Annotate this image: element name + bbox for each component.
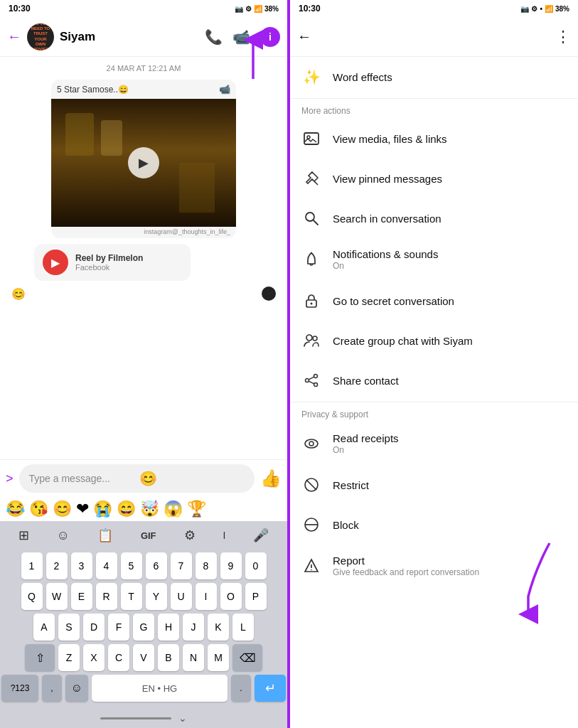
like-button[interactable]: 👍 [260, 469, 282, 488]
menu-item-title-word-effects: Word effects [333, 71, 567, 83]
menu-item-view-pinned[interactable]: View pinned messages [290, 159, 578, 198]
key-3[interactable]: 3 [71, 552, 92, 579]
link-preview[interactable]: ▶ Reel by Filmelon Facebook [34, 244, 191, 281]
key-symbols[interactable]: ?123 [1, 675, 38, 702]
keyboard-row-bottom: ?123 , ☺ EN • HG . ↵ [1, 675, 286, 702]
key-c[interactable]: C [108, 644, 129, 671]
key-period[interactable]: . [231, 675, 251, 702]
more-options-button[interactable]: ⋮ [555, 28, 571, 46]
key-s[interactable]: S [58, 614, 80, 641]
menu-item-text-word-effects: Word effects [333, 71, 567, 83]
key-shift[interactable]: ⇧ [25, 644, 55, 671]
key-enter[interactable]: ↵ [255, 675, 286, 702]
key-8[interactable]: 8 [196, 552, 217, 579]
keyboard-clipboard-icon[interactable]: 📋 [97, 528, 113, 543]
key-0[interactable]: 0 [245, 552, 267, 579]
menu-item-report[interactable]: Report Give feedback and report conversa… [290, 545, 578, 587]
back-button[interactable]: ← [7, 28, 21, 45]
emoji-kiss[interactable]: 😘 [29, 500, 48, 518]
key-l[interactable]: L [232, 614, 254, 641]
menu-item-secret[interactable]: Go to secret conversation [290, 281, 578, 321]
seen-avatar [262, 287, 276, 301]
expand-button[interactable]: > [6, 471, 14, 486]
emoji-picker-button[interactable]: 😊 [139, 470, 245, 487]
key-i[interactable]: I [196, 583, 217, 610]
key-7[interactable]: 7 [171, 552, 192, 579]
input-placeholder: Type a message... [29, 473, 134, 484]
keyboard-settings-icon[interactable]: ⚙ [184, 528, 196, 543]
key-t[interactable]: T [121, 583, 142, 610]
message-input-field[interactable]: Type a message... 😊 [19, 464, 255, 493]
bell-icon [301, 250, 321, 269]
menu-item-search[interactable]: Search in conversation [290, 198, 578, 238]
menu-item-title-view-pinned: View pinned messages [333, 173, 567, 185]
keyboard-grid-icon[interactable]: ⊞ [18, 528, 29, 543]
notification-icon: 📷 [235, 5, 243, 13]
key-q[interactable]: Q [21, 583, 43, 610]
key-b[interactable]: B [158, 644, 179, 671]
key-space[interactable]: EN • HG [92, 675, 228, 702]
key-6[interactable]: 6 [146, 552, 167, 579]
key-u[interactable]: U [171, 583, 192, 610]
key-f[interactable]: F [108, 614, 129, 641]
key-comma[interactable]: , [42, 675, 62, 702]
key-5[interactable]: 5 [121, 552, 142, 579]
keyboard-mic-icon[interactable]: 🎤 [253, 528, 269, 543]
call-button[interactable]: 📞 [205, 28, 223, 46]
key-backspace[interactable]: ⌫ [232, 644, 262, 671]
key-a[interactable]: A [33, 614, 55, 641]
menu-item-word-effects[interactable]: ✨ Word effects [290, 57, 578, 97]
menu-item-block[interactable]: Block [290, 505, 578, 545]
key-y[interactable]: Y [146, 583, 167, 610]
info-button[interactable]: i [260, 27, 280, 47]
menu-item-notifications[interactable]: Notifications & sounds On [290, 238, 578, 281]
nav-chevron-icon[interactable]: ⌄ [178, 712, 187, 724]
video-card-icon: 📹 [219, 84, 230, 95]
key-g[interactable]: G [133, 614, 154, 641]
key-p[interactable]: P [245, 583, 267, 610]
svg-point-20 [311, 569, 312, 571]
key-r[interactable]: R [96, 583, 117, 610]
key-n[interactable]: N [183, 644, 204, 671]
section-label-more-actions: More actions [290, 100, 578, 119]
keyboard-gif-button[interactable]: GIF [141, 530, 156, 541]
key-2[interactable]: 2 [46, 552, 68, 579]
menu-item-create-group[interactable]: Create group chat with Siyam [290, 321, 578, 360]
key-x[interactable]: X [83, 644, 105, 671]
emoji-mind-blown[interactable]: 🤯 [140, 500, 159, 518]
menu-item-text-read-receipts: Read receipts On [333, 432, 567, 455]
menu-item-restrict[interactable]: Restrict [290, 465, 578, 505]
video-source: instagram@_thoughts_in_life_ [51, 227, 236, 238]
key-9[interactable]: 9 [220, 552, 242, 579]
emoji-trophy[interactable]: 🏆 [187, 500, 206, 518]
video-card[interactable]: 5 Star Samose..😄 📹 ▶ instagram@_thoughts… [51, 80, 236, 238]
menu-item-read-receipts[interactable]: Read receipts On [290, 422, 578, 465]
emoji-grin[interactable]: 😄 [117, 500, 136, 518]
key-z[interactable]: Z [58, 644, 80, 671]
keyboard-cursor-icon[interactable]: I [223, 530, 226, 541]
menu-item-share-contact[interactable]: Share contact [290, 360, 578, 400]
key-h[interactable]: H [158, 614, 179, 641]
emoji-cry[interactable]: 😭 [93, 500, 112, 518]
emoji-scream[interactable]: 😱 [164, 500, 183, 518]
top-bar-left-group: ← [297, 28, 311, 45]
emoji-laugh[interactable]: 😂 [6, 500, 25, 518]
emoji-heart[interactable]: ❤ [76, 500, 89, 518]
play-button[interactable]: ▶ [128, 147, 159, 178]
key-4[interactable]: 4 [96, 552, 117, 579]
keyboard-emoji-icon[interactable]: ☺ [57, 528, 70, 543]
key-j[interactable]: J [183, 614, 204, 641]
menu-item-view-media[interactable]: View media, files & links [290, 119, 578, 159]
video-call-button[interactable]: 📹 [232, 28, 250, 46]
key-m[interactable]: M [208, 644, 229, 671]
emoji-smile[interactable]: 😊 [53, 500, 72, 518]
key-1[interactable]: 1 [21, 552, 43, 579]
key-v[interactable]: V [133, 644, 154, 671]
back-button-right[interactable]: ← [297, 28, 311, 45]
key-k[interactable]: K [208, 614, 229, 641]
key-emoji[interactable]: ☺ [65, 675, 88, 702]
key-d[interactable]: D [83, 614, 105, 641]
key-e[interactable]: E [71, 583, 92, 610]
key-w[interactable]: W [46, 583, 68, 610]
key-o[interactable]: O [220, 583, 242, 610]
